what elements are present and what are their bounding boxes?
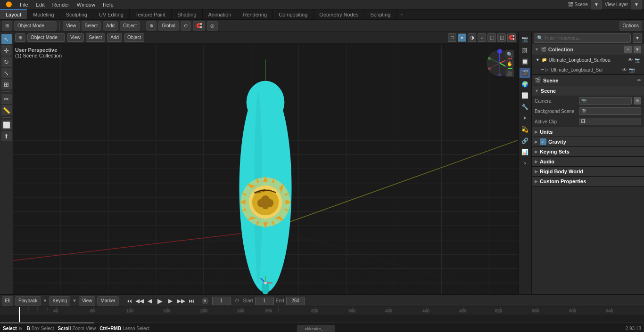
snap-type-btn[interactable]: ⊕ — [146, 21, 157, 31]
tab-texture-paint[interactable]: Texture Paint — [130, 9, 172, 19]
scale-tool[interactable]: ⤡ — [1, 68, 12, 78]
tab-rendering[interactable]: Rendering — [237, 9, 273, 19]
background-scene-value[interactable]: 🎬 — [579, 107, 641, 115]
units-section-header[interactable]: ▶ Units — [532, 127, 644, 137]
transform-orientation-btn[interactable]: Global — [158, 21, 179, 31]
measure-tool[interactable]: 📏 — [1, 105, 12, 115]
start-frame-input[interactable]: 1 — [255, 297, 274, 305]
output-props-icon[interactable]: 🖼 — [520, 45, 530, 56]
cursor-tool[interactable]: ↖ — [1, 34, 12, 44]
viewport-overlay-btn[interactable]: ⬚ — [487, 33, 496, 42]
collection-sub-item-longboard[interactable]: ━ ▷ Ultimate_Longboard_Sur 👁 📷 — [532, 65, 644, 74]
camera-view-btn[interactable]: 🎥 — [505, 69, 514, 77]
playback-dropdown-arrow[interactable]: ▼ — [43, 298, 48, 303]
active-clip-value[interactable]: 🎞 — [579, 118, 641, 125]
current-frame-display[interactable]: 1 — [212, 297, 231, 305]
prev-frame-btn[interactable]: ◀ — [145, 297, 155, 305]
collection-panel-header[interactable]: ▼ 🎬 Collection + ▼ — [532, 44, 644, 55]
extrude-tool[interactable]: ⬆ — [1, 131, 12, 141]
world-props-icon[interactable]: 🌍 — [520, 79, 530, 89]
filter-collection-icon[interactable]: ▼ — [634, 46, 641, 53]
camera-value[interactable]: 📷 — [579, 97, 632, 105]
render-visibility-icon[interactable]: 📷 — [635, 57, 640, 63]
tab-layout[interactable]: Layout — [0, 9, 27, 19]
gravity-checkbox[interactable]: ✓ — [540, 138, 546, 145]
viewport-shading-render[interactable]: ○ — [478, 33, 486, 42]
vp-object-mode-btn[interactable]: Object Mode — [27, 33, 65, 42]
transform-pivot-btn[interactable]: ⊙ — [181, 21, 191, 31]
add-workspace-tab-btn[interactable]: + — [396, 12, 407, 17]
next-frame-btn[interactable]: ▶ — [166, 297, 175, 305]
properties-search-input[interactable] — [545, 35, 627, 40]
audio-section-header[interactable]: ▶ Audio — [532, 157, 644, 166]
gravity-section-header[interactable]: ▶ ✓ Gravity — [532, 137, 644, 146]
add-collection-icon[interactable]: + — [624, 46, 632, 53]
editor-type-btn[interactable]: ⊞ — [2, 21, 12, 31]
rigid-body-header[interactable]: ▶ Rigid Body World — [532, 167, 644, 176]
add-cube-tool[interactable]: ⬜ — [1, 120, 12, 130]
playback-btn[interactable]: Playback — [15, 296, 41, 306]
tl-editor-type-btn[interactable]: 🎞 — [2, 296, 13, 306]
scene-selector[interactable]: 🎬 Scene — [568, 2, 588, 7]
keying-sets-header[interactable]: ▶ Keying Sets — [532, 147, 644, 156]
viewport-xray-btn[interactable]: ◫ — [497, 33, 506, 42]
keying-dropdown-arrow[interactable]: ▼ — [72, 298, 77, 303]
camera-icon[interactable]: 📷 — [629, 67, 635, 73]
view-layer-selector[interactable]: View Layer — [605, 2, 628, 7]
scene-edit-icon[interactable]: ✏ — [637, 78, 641, 83]
tab-sculpting[interactable]: Sculpting — [60, 9, 93, 19]
collection-item-longboard[interactable]: ▼ 📁 Ultimate_Longboard_Surfboa 👁 📷 — [532, 55, 644, 65]
select-menu-btn[interactable]: Select — [82, 21, 101, 31]
object-menu-btn[interactable]: Object — [120, 21, 140, 31]
move-tool[interactable]: ✛ — [1, 45, 12, 56]
view-layer-btn[interactable]: ▼ — [631, 0, 642, 9]
menu-render[interactable]: Render — [49, 0, 73, 9]
zoom-in-btn[interactable]: 🔍 — [505, 50, 514, 58]
object-mode-btn[interactable]: Object Mode — [14, 21, 57, 31]
vp-add-btn[interactable]: Add — [107, 33, 122, 42]
jump-start-btn[interactable]: ⏮ — [124, 297, 134, 305]
menu-edit[interactable]: Edit — [32, 0, 49, 9]
tab-compositing[interactable]: Compositing — [273, 9, 314, 19]
filter-btn[interactable]: ▼ — [633, 33, 642, 43]
object-props-icon[interactable]: ⬜ — [520, 90, 530, 101]
scene-props-icon[interactable]: 🎬 — [520, 68, 530, 78]
blender-logo-icon[interactable]: 🟠 — [2, 0, 16, 9]
tab-geometry-nodes[interactable]: Geometry Nodes — [314, 9, 364, 19]
vp-object-btn[interactable]: Object — [124, 33, 144, 42]
record-btn[interactable]: ⏺ — [202, 298, 208, 304]
play-btn[interactable]: ▶ — [156, 297, 165, 305]
options-btn[interactable]: Options — [619, 21, 642, 31]
vp-select-btn[interactable]: Select — [86, 33, 106, 42]
render-props-icon[interactable]: 📷 — [520, 34, 530, 44]
timeline-strip[interactable]: 1 40 80 120 160 200 240 280 320 — [0, 307, 644, 324]
jump-end-btn[interactable]: ⏭ — [187, 297, 196, 305]
view-layer-props-icon[interactable]: 🔲 — [520, 57, 530, 67]
menu-file[interactable]: File — [16, 0, 32, 9]
vp-editor-type-btn[interactable]: ⊞ — [15, 33, 25, 42]
viewport-shading-solid[interactable]: ● — [458, 33, 466, 42]
add-menu-btn[interactable]: Add — [103, 21, 118, 31]
marker-btn[interactable]: Marker — [97, 296, 118, 306]
constraints-props-icon[interactable]: 🔗 — [520, 136, 530, 146]
particles-props-icon[interactable]: ✦ — [520, 113, 530, 123]
viewport-shading-material[interactable]: ◑ — [468, 33, 476, 42]
menu-help[interactable]: Help — [99, 0, 117, 9]
modifier-props-icon[interactable]: 🔧 — [520, 102, 530, 112]
keying-btn[interactable]: Keying — [49, 296, 70, 306]
prev-keyframe-btn[interactable]: ◀◀ — [135, 297, 144, 305]
menu-window[interactable]: Window — [73, 0, 99, 9]
annotate-tool[interactable]: ✏ — [1, 94, 12, 104]
scene-section-header[interactable]: ▼ Scene — [532, 86, 644, 96]
navigation-gizmo[interactable]: X Y Z — [486, 49, 514, 77]
viewport[interactable]: ⊞ Object Mode View Select Add Object □ ●… — [13, 32, 518, 294]
snap-btn[interactable]: 🧲 — [193, 21, 205, 31]
scene-selector-btn[interactable]: ▼ — [591, 0, 602, 9]
vp-view-btn[interactable]: View — [67, 33, 84, 42]
visibility-icon[interactable]: 👁 — [628, 57, 633, 63]
tl-view-btn[interactable]: View — [79, 296, 96, 306]
view-menu-btn[interactable]: View — [63, 21, 80, 31]
tab-shading[interactable]: Shading — [172, 9, 202, 19]
material-props-icon[interactable]: ⚬ — [520, 158, 530, 169]
proportional-editing-btn[interactable]: ◎ — [207, 21, 218, 31]
